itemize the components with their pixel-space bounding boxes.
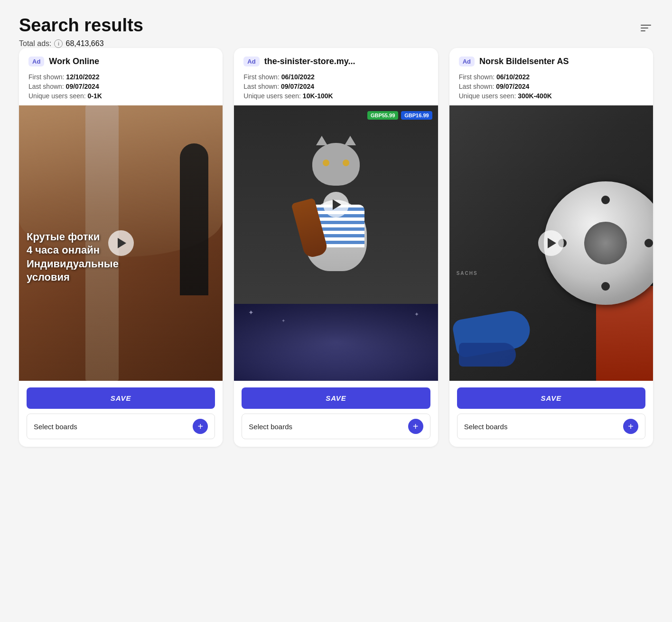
card-1-person	[180, 143, 208, 295]
card-2-meta: First shown: 06/10/2022 Last shown: 09/0…	[243, 73, 428, 100]
bolt-hole-1	[601, 196, 610, 204]
card-2-header: Ad the-sinister-store.my... First shown:…	[234, 48, 438, 105]
cat-ear-right	[345, 136, 356, 145]
card-1-overlay-text: Крутые фотки4 часа онлайнИндивидуальныеу…	[27, 230, 119, 284]
cat-head	[312, 143, 360, 186]
card-3-brand-text: SACHS	[457, 271, 478, 276]
card-2-last-shown: Last shown: 09/07/2024	[243, 83, 428, 90]
play-triangle-icon	[118, 238, 126, 248]
card-3-save-button[interactable]: SAVE	[457, 387, 645, 409]
total-ads-row: Total ads: i 68,413,663	[19, 39, 653, 48]
filter-icon-line2	[641, 28, 648, 28]
brake-disc-center	[584, 222, 627, 264]
card-2-select-boards-label: Select boards	[249, 423, 292, 431]
star-3: ✦	[414, 311, 419, 318]
card-1-image: Крутые фотки4 часа онлайнИндивидуальныеу…	[19, 105, 223, 381]
card-3-select-boards-label: Select boards	[464, 423, 508, 431]
cat-eye-left	[323, 160, 329, 166]
play-triangle-icon-2	[333, 199, 341, 210]
page-header: Search results Total ads: i 68,413,663	[19, 15, 653, 48]
card-2-footer: SAVE Select boards +	[234, 381, 438, 447]
filter-icon-line3	[641, 30, 645, 31]
card-1-select-boards[interactable]: Select boards +	[27, 414, 215, 439]
card-2-title: the-sinister-store.my...	[264, 57, 355, 66]
filter-button[interactable]	[639, 23, 653, 33]
card-1-title-row: Ad Work Online	[28, 57, 213, 66]
bolt-hole-4	[644, 239, 653, 247]
cat-ear-left	[316, 136, 327, 145]
card-1-title: Work Online	[49, 57, 99, 66]
card-1-play-button[interactable]	[108, 230, 134, 256]
glove-wrist	[459, 343, 516, 367]
card-1-unique-users: Unique users seen: 0-1K	[28, 92, 213, 100]
card-1-first-shown: First shown: 12/10/2022	[28, 73, 213, 81]
star-2: ✦	[281, 318, 285, 323]
play-triangle-icon-3	[548, 238, 556, 248]
ad-badge-3: Ad	[459, 57, 475, 66]
card-2-sale-price: GBP16.99	[401, 111, 432, 120]
total-ads-label: Total ads:	[19, 39, 51, 48]
card-2-play-button[interactable]	[323, 192, 349, 217]
card-2-price-badge: GBP55.99 GBP16.99	[367, 111, 432, 120]
card-3-last-shown: Last shown: 09/07/2024	[459, 83, 644, 90]
card-3-title-row: Ad Norsk Bildelsenter AS	[459, 57, 644, 66]
cards-grid: Ad Work Online First shown: 12/10/2022 L…	[19, 48, 653, 447]
card-1-last-shown: Last shown: 09/07/2024	[28, 83, 213, 90]
card-1-meta: First shown: 12/10/2022 Last shown: 09/0…	[28, 73, 213, 100]
card-3-unique-users: Unique users seen: 300K-400K	[459, 92, 644, 100]
card-2-blur-overlay	[234, 304, 438, 381]
card-2-cat-section: GBP55.99 GBP16.99	[234, 105, 438, 304]
card-2-unique-users: Unique users seen: 10K-100K	[243, 92, 428, 100]
card-3-select-boards[interactable]: Select boards +	[457, 414, 645, 439]
total-ads-count: 68,413,663	[65, 39, 103, 48]
card-3-footer: SAVE Select boards +	[449, 381, 653, 447]
ad-card-2: Ad the-sinister-store.my... First shown:…	[234, 48, 438, 447]
ad-card-1: Ad Work Online First shown: 12/10/2022 L…	[19, 48, 223, 447]
card-1-footer: SAVE Select boards +	[19, 381, 223, 447]
cat-eye-right	[343, 160, 349, 166]
card-3-meta: First shown: 06/10/2022 Last shown: 09/0…	[459, 73, 644, 100]
card-1-header: Ad Work Online First shown: 12/10/2022 L…	[19, 48, 223, 105]
card-2-save-button[interactable]: SAVE	[242, 387, 430, 409]
card-3-plus-button[interactable]: +	[623, 419, 638, 434]
ad-badge-2: Ad	[243, 57, 259, 66]
card-2-title-row: Ad the-sinister-store.my...	[243, 57, 428, 66]
card-2-plus-button[interactable]: +	[408, 419, 423, 434]
filter-icon-line1	[641, 25, 651, 26]
card-3-image: SACHS	[449, 105, 653, 381]
card-2-image: GBP55.99 GBP16.99	[234, 105, 438, 381]
card-3-header: Ad Norsk Bildelsenter AS First shown: 06…	[449, 48, 653, 105]
ad-card-3: Ad Norsk Bildelsenter AS First shown: 06…	[449, 48, 653, 447]
card-1-plus-button[interactable]: +	[193, 419, 208, 434]
card-2-first-shown: First shown: 06/10/2022	[243, 73, 428, 81]
ad-badge-1: Ad	[28, 57, 44, 66]
star-1: ✦	[248, 309, 254, 316]
card-3-first-shown: First shown: 06/10/2022	[459, 73, 644, 81]
card-2-original-price: GBP55.99	[367, 111, 398, 120]
card-3-play-button[interactable]	[538, 230, 564, 256]
bolt-hole-2	[601, 282, 610, 291]
card-1-save-button[interactable]: SAVE	[27, 387, 215, 409]
page-title: Search results	[19, 15, 653, 36]
info-icon[interactable]: i	[54, 39, 63, 48]
card-1-select-boards-label: Select boards	[34, 423, 77, 431]
card-2-bottom-blur: ✦ ✦ ✦	[234, 304, 438, 381]
card-3-title: Norsk Bildelsenter AS	[479, 57, 569, 66]
card-2-select-boards[interactable]: Select boards +	[242, 414, 430, 439]
